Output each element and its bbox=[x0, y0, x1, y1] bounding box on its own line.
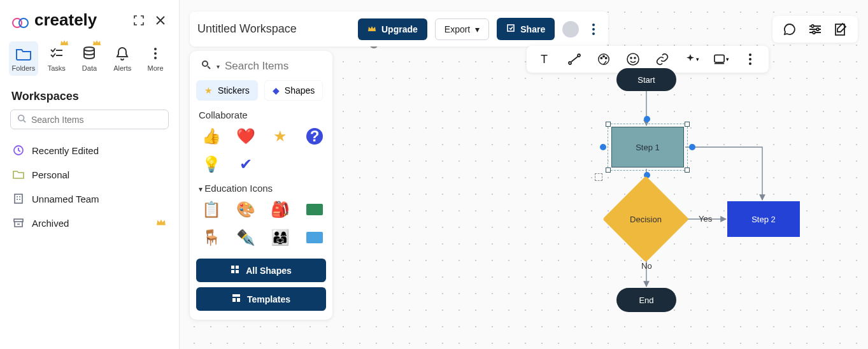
data-icon bbox=[80, 45, 98, 62]
node-label: End bbox=[639, 296, 653, 305]
workspace-list: Recently Edited Personal Unnamed Team Ar… bbox=[0, 136, 179, 238]
svg-rect-9 bbox=[14, 219, 23, 222]
folder-open-icon bbox=[13, 169, 24, 180]
sidebar-item-personal[interactable]: Personal bbox=[6, 162, 173, 187]
crown-icon bbox=[156, 218, 166, 229]
svg-rect-8 bbox=[15, 194, 22, 203]
archive-icon bbox=[13, 217, 24, 229]
node-label: Step 2 bbox=[751, 215, 776, 224]
edge-label-yes: Yes bbox=[699, 214, 712, 224]
close-icon[interactable] bbox=[153, 13, 167, 27]
node-start[interactable]: Start bbox=[616, 68, 676, 91]
sidebar-item-team[interactable]: Unnamed Team bbox=[6, 187, 173, 211]
svg-point-5 bbox=[154, 57, 157, 59]
tasks-icon bbox=[48, 45, 66, 62]
nav-tile-label: Tasks bbox=[48, 64, 66, 72]
nav-tile-label: Data bbox=[82, 64, 97, 72]
resize-handle-sw[interactable] bbox=[606, 167, 611, 173]
aux-handle[interactable] bbox=[595, 173, 602, 181]
sidebar-item-label: Archived bbox=[32, 218, 69, 229]
sidebar-item-label: Personal bbox=[32, 169, 69, 180]
svg-point-4 bbox=[154, 52, 157, 55]
left-sidebar: creately Folders bbox=[0, 0, 180, 349]
svg-point-6 bbox=[18, 115, 24, 121]
node-step2[interactable]: Step 2 bbox=[727, 201, 800, 237]
nav-tile-label: More bbox=[148, 64, 164, 72]
nav-tile-more[interactable]: More bbox=[141, 41, 170, 76]
sidebar-item-archived[interactable]: Archived bbox=[6, 211, 173, 235]
expand-icon[interactable] bbox=[132, 13, 146, 27]
node-label: Decision bbox=[630, 215, 662, 224]
folder-icon bbox=[15, 45, 32, 62]
search-icon bbox=[17, 114, 26, 125]
node-end[interactable]: End bbox=[616, 288, 676, 312]
svg-point-3 bbox=[154, 48, 157, 50]
resize-handle-se[interactable] bbox=[685, 167, 690, 173]
sidebar-item-label: Recently Edited bbox=[32, 145, 99, 156]
sidebar-header: creately bbox=[0, 0, 179, 35]
resize-handle-nw[interactable] bbox=[606, 122, 611, 127]
svg-point-2 bbox=[84, 47, 94, 51]
edge-label-no: No bbox=[641, 261, 652, 271]
brand[interactable]: creately bbox=[11, 10, 97, 30]
port-top[interactable] bbox=[644, 116, 650, 122]
nav-tile-data[interactable]: Data bbox=[75, 41, 104, 76]
crown-badge-icon bbox=[92, 39, 101, 46]
port-right[interactable] bbox=[689, 144, 695, 150]
brand-name: creately bbox=[34, 10, 97, 30]
brand-logo-icon bbox=[11, 14, 31, 27]
resize-handle-ne[interactable] bbox=[685, 122, 690, 127]
nav-tile-label: Alerts bbox=[113, 64, 131, 72]
building-icon bbox=[13, 193, 24, 204]
bell-icon bbox=[113, 45, 131, 62]
nav-tiles: Folders Tasks Data Alerts bbox=[0, 35, 179, 86]
clock-icon bbox=[13, 145, 24, 156]
nav-tile-alerts[interactable]: Alerts bbox=[108, 41, 137, 76]
workspace-search[interactable] bbox=[10, 110, 169, 129]
nav-tile-folders[interactable]: Folders bbox=[9, 41, 38, 76]
connectors bbox=[180, 0, 868, 349]
nav-tile-tasks[interactable]: Tasks bbox=[42, 41, 71, 76]
nav-tile-label: Folders bbox=[12, 64, 36, 72]
sidebar-header-actions bbox=[132, 13, 167, 27]
flowchart-canvas: Start Step 1 Decision Yes No Step 2 End bbox=[180, 0, 868, 349]
port-left[interactable] bbox=[600, 144, 606, 150]
crown-badge-icon bbox=[60, 39, 69, 46]
more-icon bbox=[146, 45, 164, 62]
node-decision[interactable]: Decision bbox=[615, 189, 676, 250]
workspace-search-input[interactable] bbox=[31, 115, 162, 125]
svg-point-1 bbox=[19, 18, 28, 27]
selection-box bbox=[608, 124, 688, 171]
node-label: Start bbox=[637, 75, 655, 85]
sidebar-item-recently-edited[interactable]: Recently Edited bbox=[6, 138, 173, 162]
sidebar-item-label: Unnamed Team bbox=[32, 194, 99, 204]
workspaces-heading: Workspaces bbox=[0, 86, 179, 110]
canvas-area[interactable]: Upgrade Export ▾ Share bbox=[180, 0, 868, 349]
